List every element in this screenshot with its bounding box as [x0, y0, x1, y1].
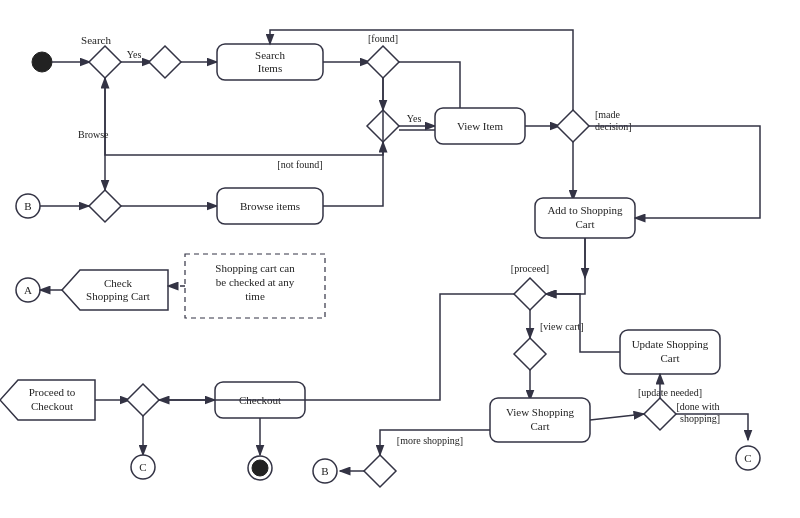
note-text-2: be checked at any	[216, 276, 295, 288]
view-cart-label: [view cart]	[540, 321, 584, 332]
start-node	[32, 52, 52, 72]
found-label: [found]	[368, 33, 398, 44]
add-to-cart-label2: Cart	[576, 218, 595, 230]
browse-to-found	[323, 142, 383, 206]
proceed-label: [proceed]	[511, 263, 549, 274]
connector-b-bottom	[364, 455, 396, 487]
not-found-label: [not found]	[277, 159, 322, 170]
browse-label: Browse	[78, 129, 109, 140]
arrow-to-update-decision	[590, 414, 644, 420]
update-needed-label: [update needed]	[638, 387, 702, 398]
done-shopping-label: [done with	[676, 401, 719, 412]
view-item-label: View Item	[457, 120, 504, 132]
connector-a-label: A	[24, 284, 32, 296]
yes-label-1: Yes	[127, 49, 142, 60]
update-cart-label2: Cart	[661, 352, 680, 364]
view-shopping-cart-label: View Shopping	[506, 406, 575, 418]
browse-items-label: Browse items	[240, 200, 300, 212]
yes-label-2: Yes	[407, 113, 422, 124]
search-label: Search	[81, 34, 111, 46]
add-to-cart-label: Add to Shopping	[547, 204, 623, 216]
decision-after-view	[557, 110, 589, 142]
connector-c-right-label: C	[744, 452, 751, 464]
view-shopping-cart-label2: Cart	[531, 420, 550, 432]
proceed-checkout-label: Proceed to	[29, 386, 76, 398]
not-found-path	[105, 78, 383, 155]
connector-b-label: B	[321, 465, 328, 477]
made-decision-label: [made	[595, 109, 621, 120]
decision-view-cart	[514, 338, 546, 370]
connector-b-top-label: B	[24, 200, 31, 212]
done-shopping-label2: shopping]	[680, 413, 720, 424]
search-items-label2: Items	[258, 62, 282, 74]
more-shopping-label: [more shopping]	[397, 435, 463, 446]
decision-browse	[89, 190, 121, 222]
decision-found	[367, 46, 399, 78]
activity-diagram: Search Yes Search Items [found] Yes View…	[0, 0, 800, 518]
note-text-3: time	[245, 290, 265, 302]
connector-c-left-label: C	[139, 461, 146, 473]
end-node-inner	[252, 460, 268, 476]
decision-search-browse	[89, 46, 121, 78]
decision-checkout	[127, 384, 159, 416]
decision-before-search	[149, 46, 181, 78]
note-text-1: Shopping cart can	[215, 262, 295, 274]
proceed-checkout-label2: Checkout	[31, 400, 73, 412]
add-to-proceed	[546, 238, 585, 294]
update-cart-label: Update Shopping	[632, 338, 709, 350]
decision-update-needed	[644, 398, 676, 430]
search-items-label: Search	[255, 49, 285, 61]
check-cart-label2: Shopping Cart	[86, 290, 150, 302]
check-cart-label: Check	[104, 277, 133, 289]
decision-proceed	[514, 278, 546, 310]
